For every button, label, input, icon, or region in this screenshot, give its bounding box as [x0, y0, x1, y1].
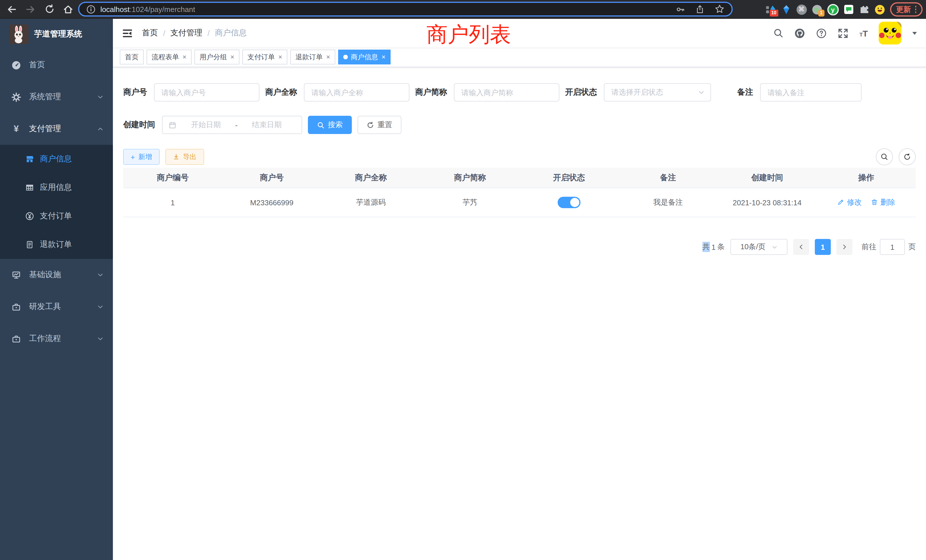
close-icon[interactable]: ×: [278, 53, 282, 61]
reset-button[interactable]: 重置: [357, 116, 401, 134]
extension-chat-icon[interactable]: [844, 4, 854, 15]
share-icon[interactable]: [695, 4, 705, 14]
next-page-button[interactable]: [837, 239, 852, 255]
remark-input[interactable]: [760, 83, 862, 101]
field-label: 商户简称: [415, 87, 454, 97]
extension-cmd-icon[interactable]: ⌘: [796, 4, 806, 15]
sidebar-item-merchant-info[interactable]: 商户信息: [0, 145, 113, 173]
tab-merchant-info[interactable]: 商户信息 ×: [338, 50, 390, 64]
github-icon[interactable]: [794, 28, 805, 38]
search-icon: [317, 121, 324, 129]
extensions-puzzle-icon[interactable]: [859, 4, 869, 15]
sidebar-item-home[interactable]: 首页: [0, 49, 113, 81]
close-icon[interactable]: ×: [326, 53, 330, 61]
create-time-field: 创建时间 开始日期 - 结束日期: [123, 116, 302, 134]
breadcrumb-current: 商户信息: [215, 28, 247, 38]
sidebar-logo[interactable]: 芋道管理系统: [0, 19, 113, 49]
toolbox-icon: [11, 302, 21, 312]
page-size-select[interactable]: 10条/页: [731, 239, 787, 255]
sidebar-item-infrastructure[interactable]: 基础设施: [0, 259, 113, 291]
tags-view: 首页 流程表单 × 用户分组 × 支付订单 × 退款订单 ×: [113, 47, 926, 67]
create-time-range-input[interactable]: 开始日期 - 结束日期: [162, 116, 302, 134]
date-separator: -: [235, 121, 238, 129]
bookmark-star-icon[interactable]: [714, 4, 725, 14]
sidebar-item-payment[interactable]: ¥ 支付管理: [0, 113, 113, 145]
calendar-icon: [168, 121, 177, 129]
extension-gem-icon[interactable]: [781, 4, 791, 15]
back-icon[interactable]: [6, 3, 18, 15]
search-form-row-2: 创建时间 开始日期 - 结束日期: [123, 116, 916, 134]
tab-process-form[interactable]: 流程表单 ×: [147, 50, 192, 64]
page-number-1[interactable]: 1: [815, 239, 831, 255]
status-toggle[interactable]: [558, 197, 581, 208]
chevron-down-icon: [771, 244, 778, 250]
short-name-input[interactable]: [454, 83, 559, 101]
fullscreen-icon[interactable]: [838, 28, 849, 38]
font-size-icon[interactable]: TT: [859, 28, 868, 38]
search-icon[interactable]: [773, 28, 784, 38]
home-icon[interactable]: [62, 3, 74, 15]
info-icon[interactable]: [86, 4, 96, 14]
sidebar-item-workflow[interactable]: 工作流程: [0, 323, 113, 355]
table-toolbar: + 新增 导出: [123, 148, 916, 165]
help-icon[interactable]: [816, 28, 827, 38]
search-form-row-1: 商户号 商户全称 商户简称 开启状态 请选择开启状态: [123, 83, 916, 101]
goto-page-input[interactable]: [880, 239, 905, 255]
close-icon[interactable]: ×: [381, 53, 386, 61]
sidebar-item-refund-order[interactable]: 退款订单: [0, 230, 113, 259]
avatar-caret-icon[interactable]: [912, 32, 917, 35]
field-label: 开启状态: [565, 87, 604, 97]
tab-pay-order[interactable]: 支付订单 ×: [242, 50, 287, 64]
cell-id: 1: [123, 198, 222, 207]
export-button[interactable]: 导出: [165, 149, 204, 165]
extension-emoji-icon[interactable]: [875, 4, 885, 15]
extension-styles-icon[interactable]: 10: [766, 4, 776, 15]
trash-icon: [871, 199, 878, 206]
tab-home[interactable]: 首页: [120, 50, 144, 64]
forward-icon[interactable]: [24, 3, 36, 15]
column-header: 商户简称: [421, 173, 520, 183]
full-name-input[interactable]: [304, 83, 409, 101]
download-icon: [172, 153, 179, 160]
merchant-no-input[interactable]: [154, 83, 259, 101]
pagination: 共 1 条 10条/页 1: [123, 239, 916, 255]
sidebar-fold-icon[interactable]: [122, 28, 133, 38]
toggle-search-button[interactable]: [876, 148, 893, 165]
delete-link[interactable]: 删除: [871, 197, 895, 207]
close-icon[interactable]: ×: [230, 53, 235, 61]
tab-refund-order[interactable]: 退款订单 ×: [290, 50, 335, 64]
browser-update-button[interactable]: 更新: [890, 2, 923, 17]
url-path: :1024/pay/merchant: [130, 5, 195, 14]
sidebar-item-system[interactable]: 系统管理: [0, 81, 113, 113]
prev-page-button[interactable]: [793, 239, 809, 255]
url-text[interactable]: localhost:1024/pay/merchant: [100, 5, 195, 14]
breadcrumb-home[interactable]: 首页: [142, 28, 158, 38]
avatar[interactable]: [879, 22, 902, 44]
browser-menu-icon[interactable]: [915, 6, 916, 13]
chevron-left-icon: [798, 244, 805, 250]
url-host: localhost: [100, 5, 130, 14]
breadcrumb-payment[interactable]: 支付管理: [171, 28, 203, 38]
close-icon[interactable]: ×: [183, 53, 186, 61]
add-button[interactable]: + 新增: [123, 149, 159, 165]
sidebar-item-app-info[interactable]: 应用信息: [0, 173, 113, 202]
extension-y-icon[interactable]: y: [827, 4, 838, 15]
column-header: 商户编号: [123, 173, 222, 183]
url-bar[interactable]: localhost:1024/pay/merchant: [78, 2, 733, 17]
sidebar-item-label: 应用信息: [40, 183, 72, 193]
password-key-icon[interactable]: [676, 4, 685, 14]
cell-merchant-no: M233666999: [222, 198, 322, 207]
extension-proxy-icon[interactable]: 1: [812, 4, 822, 15]
sidebar: 芋道管理系统 首页 系统管理 ¥ 支付管理: [0, 19, 113, 560]
sidebar-item-dev-tools[interactable]: 研发工具: [0, 291, 113, 323]
update-label: 更新: [896, 4, 911, 15]
tab-user-group[interactable]: 用户分组 ×: [194, 50, 239, 64]
search-button[interactable]: 搜索: [308, 116, 352, 134]
sidebar-item-pay-order[interactable]: 支付订单: [0, 202, 113, 230]
reload-icon[interactable]: [43, 3, 55, 15]
refresh-table-button[interactable]: [899, 148, 916, 165]
status-select[interactable]: 请选择开启状态: [604, 83, 711, 101]
chevron-down-icon: [97, 271, 104, 278]
sidebar-item-label: 研发工具: [29, 302, 61, 312]
edit-link[interactable]: 修改: [837, 197, 862, 207]
